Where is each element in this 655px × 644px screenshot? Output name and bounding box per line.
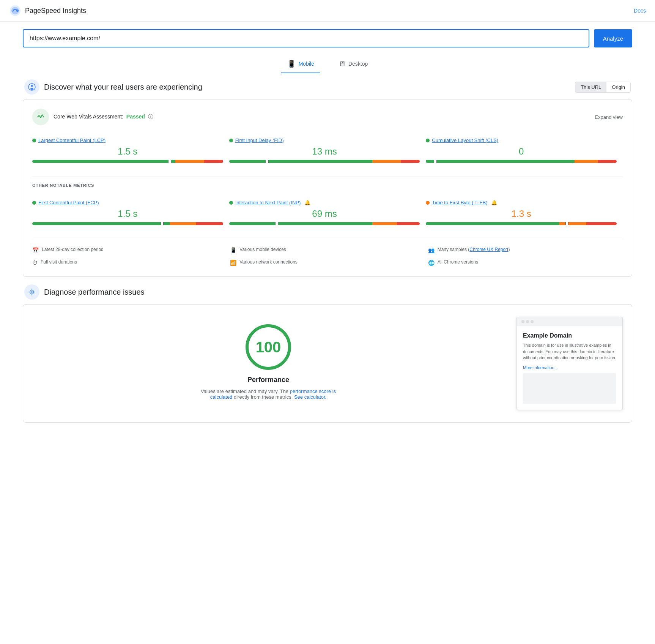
desktop-icon: 🖥 — [339, 60, 345, 68]
metric-inp-label: Interaction to Next Paint (INP) 🔔 — [229, 200, 420, 205]
perf-right: Example Domain This domain is for use in… — [516, 317, 623, 410]
preview-site-title: Example Domain — [523, 332, 616, 339]
cls-dot — [426, 139, 430, 142]
diagnose-section-header: Diagnose performance issues — [23, 284, 632, 300]
metric-fid: First Input Delay (FID) 13 ms — [229, 131, 426, 170]
svg-point-2 — [16, 9, 19, 12]
cwv-status: Passed — [126, 114, 145, 120]
metric-lcp-label: Largest Contentful Paint (LCP) — [32, 137, 223, 143]
lcp-name[interactable]: Largest Contentful Paint (LCP) — [38, 137, 105, 143]
pagespeed-logo — [9, 5, 21, 17]
diagnose-title: Diagnose performance issues — [44, 288, 145, 297]
fid-value: 13 ms — [229, 146, 420, 157]
this-url-button[interactable]: This URL — [575, 82, 606, 92]
other-metrics-label: OTHER NOTABLE METRICS — [32, 183, 623, 188]
other-metrics-grid: First Contentful Paint (FCP) 1.5 s Inter… — [32, 194, 623, 233]
inp-bar — [229, 222, 420, 225]
info-devices: 📱 Various mobile devices — [230, 245, 425, 255]
svg-point-10 — [31, 291, 33, 293]
info-grid: 📅 Latest 28-day collection period 📱 Vari… — [32, 239, 623, 267]
info-chrome: 🌐 All Chrome versions — [428, 258, 623, 267]
metric-inp: Interaction to Next Paint (INP) 🔔 69 ms — [229, 194, 426, 233]
info-samples-text: Many samples (Chrome UX Report) — [438, 247, 510, 252]
analyze-button[interactable]: Analyze — [594, 29, 632, 47]
preview-dots — [521, 320, 534, 323]
devices-icon: 📱 — [230, 247, 236, 253]
inp-name[interactable]: Interaction to Next Paint (INP) — [235, 200, 301, 205]
perf-left: 100 Performance Values are estimated and… — [32, 317, 504, 400]
cls-bar — [426, 160, 617, 163]
perf-desc-start: Values are estimated and may vary. The — [201, 388, 288, 394]
info-network-text: Various network connections — [239, 259, 298, 265]
preview-text: This domain is for use in illustrative e… — [523, 342, 616, 361]
app-title: PageSpeed Insights — [25, 7, 86, 15]
metric-fcp: First Contentful Paint (FCP) 1.5 s — [32, 194, 229, 233]
samples-icon: 👥 — [428, 247, 435, 253]
url-origin-toggle: This URL Origin — [575, 82, 631, 93]
site-preview: Example Domain This domain is for use in… — [516, 317, 623, 410]
timer-icon: ⏱ — [32, 260, 38, 266]
preview-dot-1 — [521, 320, 524, 323]
fid-bar — [229, 160, 420, 163]
expand-view-link[interactable]: Expand view — [595, 114, 623, 120]
cwv-label-text: Core Web Vitals Assessment: — [54, 114, 123, 120]
info-devices-text: Various mobile devices — [239, 247, 286, 252]
tab-mobile-label: Mobile — [299, 61, 314, 67]
diagnose-title-row: Diagnose performance issues — [24, 284, 145, 300]
metric-fcp-label: First Contentful Paint (FCP) — [32, 200, 223, 205]
chrome-ux-link[interactable]: Chrome UX Report — [469, 247, 508, 252]
network-icon: 📶 — [230, 260, 236, 266]
discover-section-header: Discover what your real users are experi… — [23, 79, 632, 95]
fcp-name[interactable]: First Contentful Paint (FCP) — [38, 200, 99, 205]
search-section: Analyze — [0, 22, 655, 54]
metric-lcp: Largest Contentful Paint (LCP) 1.5 s — [32, 131, 229, 170]
core-metrics-grid: Largest Contentful Paint (LCP) 1.5 s Fir… — [32, 131, 623, 170]
info-network: 📶 Various network connections — [230, 258, 425, 267]
lcp-bar — [32, 160, 223, 163]
score-circle: 100 — [246, 324, 291, 370]
tab-desktop-label: Desktop — [348, 61, 368, 67]
inp-alert-icon: 🔔 — [304, 200, 310, 205]
perf-content: 100 Performance Values are estimated and… — [32, 317, 623, 410]
info-collection-period: 📅 Latest 28-day collection period — [32, 245, 227, 255]
performance-score: 100 — [256, 339, 281, 356]
lcp-value: 1.5 s — [32, 146, 223, 157]
ttfb-bar — [426, 222, 617, 225]
mobile-icon: 📱 — [287, 60, 296, 68]
inp-dot — [229, 201, 233, 205]
tab-mobile[interactable]: 📱 Mobile — [281, 57, 320, 73]
metric-cls-label: Cumulative Layout Shift (CLS) — [426, 137, 617, 143]
fid-name[interactable]: First Input Delay (FID) — [235, 137, 284, 143]
preview-more-link[interactable]: More information... — [523, 365, 558, 370]
help-icon[interactable]: ⓘ — [148, 114, 153, 120]
tab-desktop[interactable]: 🖥 Desktop — [332, 57, 374, 73]
preview-dot-2 — [526, 320, 529, 323]
svg-point-4 — [31, 85, 33, 87]
docs-link[interactable]: Docs — [634, 8, 646, 14]
origin-button[interactable]: Origin — [606, 82, 630, 92]
ttfb-alert-icon: 🔔 — [491, 200, 497, 205]
lcp-dot — [32, 139, 36, 142]
info-collection-text: Latest 28-day collection period — [42, 247, 104, 252]
calculator-link[interactable]: See calculator. — [294, 394, 326, 400]
calendar-icon: 📅 — [32, 247, 39, 253]
cls-value: 0 — [426, 146, 617, 157]
fcp-bar — [32, 222, 223, 225]
chrome-icon: 🌐 — [428, 260, 435, 266]
header-left: PageSpeed Insights — [9, 5, 86, 17]
fid-dot — [229, 139, 233, 142]
metric-ttfb: Time to First Byte (TTFB) 🔔 1.3 s — [426, 194, 623, 233]
perf-description: Values are estimated and may vary. The p… — [200, 388, 337, 400]
ttfb-value: 1.3 s — [426, 208, 617, 219]
cwv-title-row: Core Web Vitals Assessment: Passed ⓘ — [32, 109, 153, 125]
ttfb-name[interactable]: Time to First Byte (TTFB) — [432, 200, 487, 205]
url-input[interactable] — [23, 29, 589, 47]
cls-name[interactable]: Cumulative Layout Shift (CLS) — [432, 137, 498, 143]
preview-image-placeholder — [523, 373, 616, 404]
info-chrome-text: All Chrome versions — [438, 259, 478, 265]
ttfb-dot — [426, 201, 430, 205]
metric-cls: Cumulative Layout Shift (CLS) 0 — [426, 131, 623, 170]
section-title-row: Discover what your real users are experi… — [24, 79, 202, 95]
search-row: Analyze — [23, 29, 632, 47]
diagnose-icon — [24, 284, 39, 300]
